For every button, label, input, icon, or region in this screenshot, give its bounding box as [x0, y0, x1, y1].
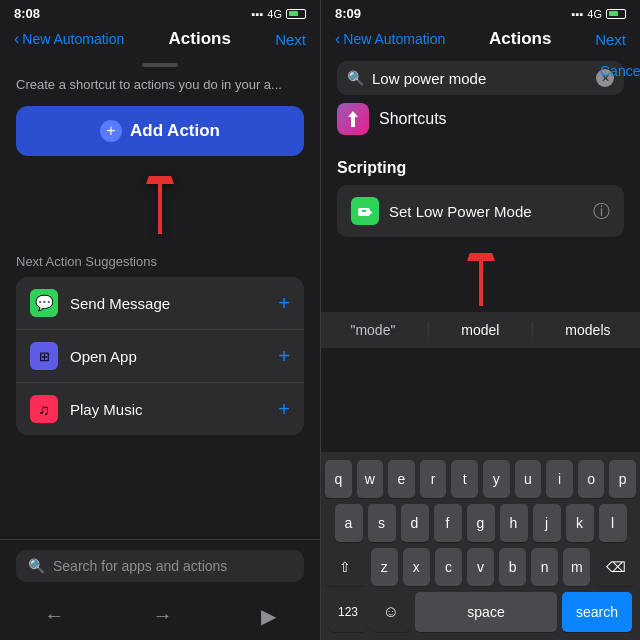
back-nav-icon[interactable]: ← — [44, 604, 64, 628]
key-g[interactable]: g — [467, 504, 495, 542]
svg-rect-3 — [370, 211, 372, 214]
left-back-label: New Automation — [22, 31, 124, 47]
key-v[interactable]: v — [467, 548, 494, 586]
key-s[interactable]: s — [368, 504, 396, 542]
right-nav-bar: ‹ New Automation Actions Next — [321, 25, 640, 57]
add-item-icon[interactable]: + — [278, 292, 290, 315]
key-i[interactable]: i — [546, 460, 573, 498]
red-arrow-up-left — [0, 176, 320, 236]
suggestions-label: Next Action Suggestions — [0, 254, 320, 277]
signal-icon: ▪▪▪ — [252, 8, 264, 20]
play-music-icon: ♫ — [30, 395, 58, 423]
action-item-label: Open App — [70, 348, 278, 365]
key-r[interactable]: r — [420, 460, 447, 498]
set-low-power-label: Set Low Power Mode — [389, 203, 583, 220]
keyboard: q w e r t y u i o p a s d f g h j k l ⇧ … — [321, 452, 640, 640]
left-nav-bar: ‹ New Automation Actions Next — [0, 25, 320, 57]
bottom-search-container: 🔍 Search for apps and actions — [0, 539, 320, 596]
emoji-key[interactable]: ☺ — [372, 592, 410, 632]
battery-icon — [606, 9, 626, 19]
signal-icon: ▪▪▪ — [572, 8, 584, 20]
key-h[interactable]: h — [500, 504, 528, 542]
search-input[interactable]: Low power mode — [372, 70, 588, 87]
key-n[interactable]: n — [531, 548, 558, 586]
list-item[interactable]: 💬 Send Message + — [16, 277, 304, 330]
delete-key[interactable]: ⌫ — [595, 548, 636, 586]
scripting-item[interactable]: Set Low Power Mode ⓘ — [337, 185, 624, 237]
shortcuts-section: Shortcuts — [321, 89, 640, 153]
scripting-section: Scripting Set Low Power Mode ⓘ — [321, 153, 640, 243]
left-status-time: 8:08 — [14, 6, 40, 21]
key-x[interactable]: x — [403, 548, 430, 586]
search-glass-icon: 🔍 — [347, 70, 364, 86]
key-c[interactable]: c — [435, 548, 462, 586]
open-app-icon: ⊞ — [30, 342, 58, 370]
key-y[interactable]: y — [483, 460, 510, 498]
network-icon: 4G — [587, 8, 602, 20]
description-text: Create a shortcut to actions you do in y… — [0, 67, 320, 106]
search-bar[interactable]: 🔍 Search for apps and actions — [16, 550, 304, 582]
search-icon: 🔍 — [28, 558, 45, 574]
right-status-time: 8:09 — [335, 6, 361, 21]
key-l[interactable]: l — [599, 504, 627, 542]
add-action-label: Add Action — [130, 121, 220, 141]
shortcuts-row[interactable]: Shortcuts — [337, 95, 624, 143]
key-b[interactable]: b — [499, 548, 526, 586]
shortcuts-label: Shortcuts — [379, 110, 447, 128]
key-f[interactable]: f — [434, 504, 462, 542]
search-key[interactable]: search — [562, 592, 632, 632]
key-z[interactable]: z — [371, 548, 398, 586]
shortcuts-app-icon — [337, 103, 369, 135]
keyboard-bottom-row: 123 ☺ space search — [325, 592, 636, 636]
right-back-button[interactable]: ‹ New Automation — [335, 30, 445, 48]
key-e[interactable]: e — [388, 460, 415, 498]
right-nav-title: Actions — [489, 29, 551, 49]
key-d[interactable]: d — [401, 504, 429, 542]
right-status-icons: ▪▪▪ 4G — [572, 8, 626, 20]
action-item-label: Play Music — [70, 401, 278, 418]
shift-key[interactable]: ⇧ — [325, 548, 366, 586]
keyboard-row-2: a s d f g h j k l — [325, 504, 636, 542]
play-nav-icon[interactable]: ▶ — [261, 604, 276, 628]
info-icon[interactable]: ⓘ — [593, 200, 610, 223]
bottom-nav: ← → ▶ — [0, 596, 320, 640]
keyboard-row-3: ⇧ z x c v b n m ⌫ — [325, 548, 636, 586]
key-u[interactable]: u — [515, 460, 542, 498]
battery-icon — [286, 9, 306, 19]
forward-nav-icon[interactable]: → — [152, 604, 172, 628]
add-item-icon[interactable]: + — [278, 398, 290, 421]
right-status-bar: 8:09 ▪▪▪ 4G — [321, 0, 640, 25]
chevron-left-icon: ‹ — [335, 30, 340, 48]
search-placeholder: Search for apps and actions — [53, 558, 227, 574]
key-p[interactable]: p — [609, 460, 636, 498]
add-icon: + — [100, 120, 122, 142]
action-list: 💬 Send Message + ⊞ Open App + ♫ Play Mus… — [16, 277, 304, 435]
predictive-word[interactable]: models — [557, 320, 618, 340]
numbers-key[interactable]: 123 — [329, 592, 367, 632]
predictive-word[interactable]: "mode" — [342, 320, 403, 340]
list-item[interactable]: ♫ Play Music + — [16, 383, 304, 435]
predictive-bar: "mode" | model | models — [321, 312, 640, 348]
predictive-word[interactable]: model — [453, 320, 507, 340]
scripting-title: Scripting — [337, 159, 624, 177]
add-action-button[interactable]: + Add Action — [16, 106, 304, 156]
add-item-icon[interactable]: + — [278, 345, 290, 368]
right-next-button[interactable]: Next — [595, 31, 626, 48]
key-q[interactable]: q — [325, 460, 352, 498]
list-item[interactable]: ⊞ Open App + — [16, 330, 304, 383]
left-back-button[interactable]: ‹ New Automation — [14, 30, 124, 48]
space-key[interactable]: space — [415, 592, 557, 632]
keyboard-row-1: q w e r t y u i o p — [325, 460, 636, 498]
left-status-icons: ▪▪▪ 4G — [252, 8, 306, 20]
send-message-icon: 💬 — [30, 289, 58, 317]
key-a[interactable]: a — [335, 504, 363, 542]
cancel-search-button[interactable]: Cancel — [596, 63, 640, 79]
key-j[interactable]: j — [533, 504, 561, 542]
key-w[interactable]: w — [357, 460, 384, 498]
right-phone-panel: 8:09 ▪▪▪ 4G ‹ New Automation Actions Nex… — [320, 0, 640, 640]
key-k[interactable]: k — [566, 504, 594, 542]
key-m[interactable]: m — [563, 548, 590, 586]
left-next-button[interactable]: Next — [275, 31, 306, 48]
key-t[interactable]: t — [451, 460, 478, 498]
key-o[interactable]: o — [578, 460, 605, 498]
